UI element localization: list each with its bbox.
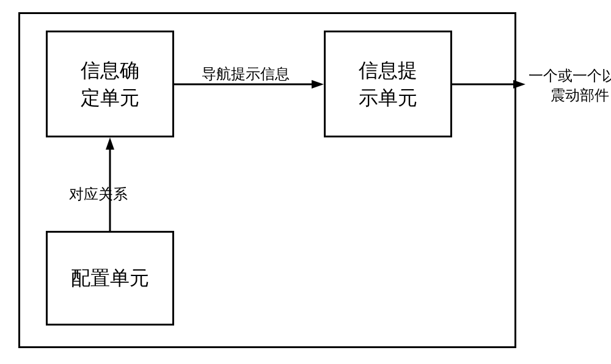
info-confirm-unit-label: 信息确定单元	[81, 57, 139, 112]
info-prompt-unit-label: 信息提示单元	[359, 57, 417, 112]
config-unit-box: 配置单元	[46, 231, 174, 326]
nav-info-label: 导航提示信息	[202, 64, 290, 84]
config-unit-label: 配置单元	[71, 264, 149, 292]
svg-marker-3	[106, 137, 114, 150]
svg-marker-1	[312, 80, 324, 89]
info-prompt-unit-box: 信息提示单元	[324, 31, 452, 137]
output-label-line2: 震动部件	[551, 87, 609, 103]
svg-marker-5	[513, 80, 525, 89]
relation-label: 对应关系	[69, 184, 128, 204]
output-label-line1: 一个或一个以上	[529, 68, 611, 84]
arrow-prompt-to-output	[452, 79, 525, 92]
output-label: 一个或一个以上 震动部件	[529, 66, 611, 106]
info-confirm-unit-box: 信息确定单元	[46, 31, 174, 137]
